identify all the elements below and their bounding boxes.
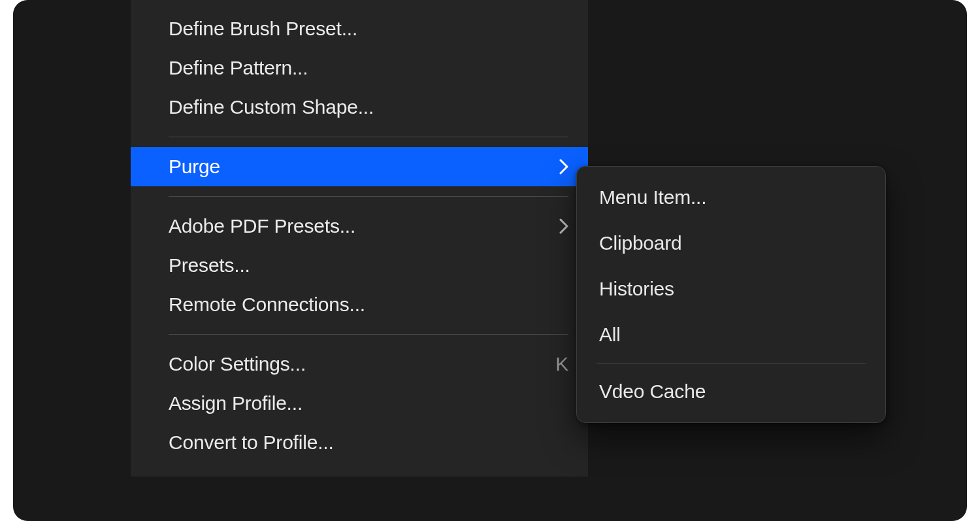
menu-item-label: Adobe PDF Presets... (169, 215, 546, 237)
menu-item-shortcut: K (555, 353, 568, 375)
menu-item-label: Define Pattern... (169, 57, 568, 79)
menu-item-adobe-pdf-presets[interactable]: Adobe PDF Presets... (131, 207, 588, 246)
submenu-item-label: All (599, 324, 621, 346)
menu-separator (169, 334, 568, 335)
purge-submenu: Menu Item... Clipboard Histories All Vde… (576, 166, 886, 423)
menu-item-label: Convert to Profile... (169, 431, 568, 454)
menu-item-label: Presets... (169, 254, 568, 277)
menu-item-convert-to-profile[interactable]: Convert to Profile... (131, 423, 588, 462)
menu-separator (169, 196, 568, 197)
menu-item-label: Purge (169, 156, 546, 178)
edit-menu-dropdown: Define Brush Preset... Define Pattern...… (131, 0, 588, 477)
submenu-separator (596, 363, 866, 363)
submenu-item-label: Histories (599, 278, 674, 300)
submenu-item-menu-item[interactable]: Menu Item... (577, 175, 885, 220)
menu-item-purge[interactable]: Purge (131, 147, 588, 186)
submenu-item-label: Vdeo Cache (599, 380, 706, 403)
submenu-item-clipboard[interactable]: Clipboard (577, 220, 885, 266)
menu-item-color-settings[interactable]: Color Settings... K (131, 345, 588, 384)
menu-item-label: Assign Profile... (169, 392, 568, 414)
menu-item-assign-profile[interactable]: Assign Profile... (131, 384, 588, 423)
menu-separator (169, 137, 568, 137)
menu-item-define-pattern[interactable]: Define Pattern... (131, 48, 588, 88)
menu-item-define-custom-shape[interactable]: Define Custom Shape... (131, 88, 588, 127)
submenu-item-histories[interactable]: Histories (577, 266, 885, 312)
chevron-right-icon (559, 218, 568, 234)
menu-item-presets[interactable]: Presets... (131, 246, 588, 285)
submenu-item-all[interactable]: All (577, 312, 885, 358)
menu-item-label: Define Brush Preset... (169, 18, 568, 40)
submenu-item-label: Menu Item... (599, 186, 706, 209)
chevron-right-icon (559, 159, 568, 175)
menu-item-label: Remote Connections... (169, 294, 568, 316)
menu-item-remote-connections[interactable]: Remote Connections... (131, 285, 588, 324)
menu-item-label: Color Settings... (169, 353, 542, 375)
submenu-item-label: Clipboard (599, 232, 682, 254)
menu-item-label: Define Custom Shape... (169, 96, 568, 118)
submenu-item-video-cache[interactable]: Vdeo Cache (577, 369, 885, 414)
app-background: Define Brush Preset... Define Pattern...… (13, 0, 967, 521)
menu-item-define-brush-preset[interactable]: Define Brush Preset... (131, 9, 588, 48)
